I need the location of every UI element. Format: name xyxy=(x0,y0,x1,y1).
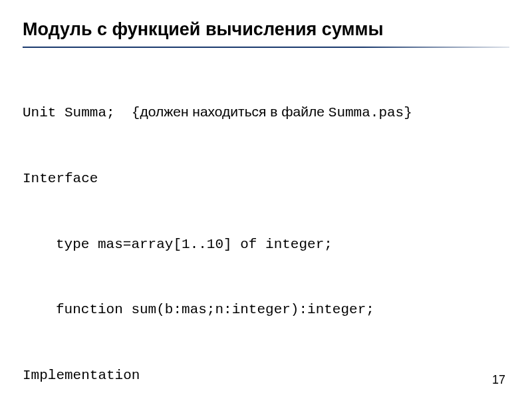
code-line-4: function sum(b:mas;n:integer):integer; xyxy=(23,299,509,321)
title-underline xyxy=(23,47,509,48)
code-block: Unit Summa; {должен находиться в файле S… xyxy=(23,57,509,399)
code-line-5: Implementation xyxy=(23,365,509,387)
page-number: 17 xyxy=(492,373,505,387)
code-text: Unit Summa; { xyxy=(23,105,140,120)
code-line-3: type mas=array[1..10] of integer; xyxy=(23,234,509,256)
code-line-1: Unit Summa; {должен находиться в файле S… xyxy=(23,101,509,124)
code-comment-text: должен находиться в файле xyxy=(140,104,328,119)
slide-title: Модуль с функцией вычисления суммы xyxy=(23,19,509,41)
code-line-2: Interface xyxy=(23,168,509,190)
code-text: Summa.pas} xyxy=(329,105,412,120)
slide: Модуль с функцией вычисления суммы Unit … xyxy=(0,0,532,399)
